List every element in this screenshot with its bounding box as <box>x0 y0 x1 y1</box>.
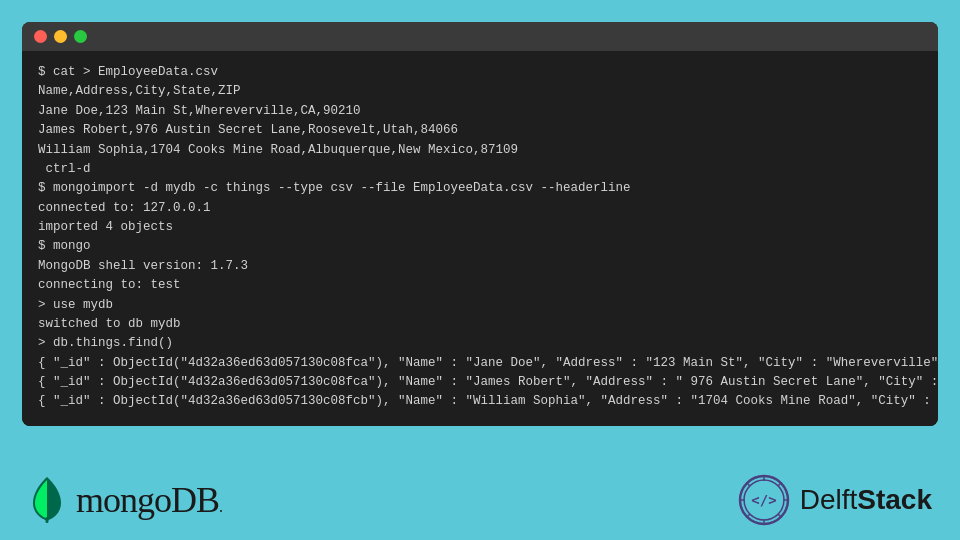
terminal-line: connected to: 127.0.0.1 <box>38 199 922 218</box>
mongodb-brand: mongoDB. <box>28 477 222 523</box>
terminal-line: MongoDB shell version: 1.7.3 <box>38 257 922 276</box>
terminal-line: $ cat > EmployeeData.csv <box>38 63 922 82</box>
terminal-titlebar <box>22 22 938 51</box>
terminal-line: { "_id" : ObjectId("4d32a36ed63d057130c0… <box>38 373 922 392</box>
terminal-line: Name,Address,City,State,ZIP <box>38 82 922 101</box>
minimize-button[interactable] <box>54 30 67 43</box>
mongodb-leaf-icon <box>28 477 66 523</box>
terminal-line: { "_id" : ObjectId("4d32a36ed63d057130c0… <box>38 392 922 411</box>
terminal-line: imported 4 objects <box>38 218 922 237</box>
branding-bar: mongoDB. </> DelftStack <box>0 474 960 526</box>
mongodb-text: mongoDB. <box>76 479 222 521</box>
terminal-line: { "_id" : ObjectId("4d32a36ed63d057130c0… <box>38 354 922 373</box>
close-button[interactable] <box>34 30 47 43</box>
terminal-line: ctrl-d <box>38 160 922 179</box>
terminal-line: > use mydb <box>38 296 922 315</box>
terminal-body: $ cat > EmployeeData.csv Name,Address,Ci… <box>22 51 938 426</box>
terminal-line: James Robert,976 Austin Secret Lane,Roos… <box>38 121 922 140</box>
terminal-window: $ cat > EmployeeData.csv Name,Address,Ci… <box>22 22 938 426</box>
maximize-button[interactable] <box>74 30 87 43</box>
delftstack-brand: </> DelftStack <box>738 474 932 526</box>
delftstack-icon: </> <box>738 474 790 526</box>
terminal-line: William Sophia,1704 Cooks Mine Road,Albu… <box>38 141 922 160</box>
svg-rect-0 <box>46 517 49 523</box>
terminal-line: > db.things.find() <box>38 334 922 353</box>
terminal-line: $ mongo <box>38 237 922 256</box>
svg-text:</>: </> <box>751 492 776 508</box>
delftstack-text: DelftStack <box>800 484 932 516</box>
terminal-line: $ mongoimport -d mydb -c things --type c… <box>38 179 922 198</box>
terminal-line: connecting to: test <box>38 276 922 295</box>
terminal-line: Jane Doe,123 Main St,Whereverville,CA,90… <box>38 102 922 121</box>
terminal-line: switched to db mydb <box>38 315 922 334</box>
